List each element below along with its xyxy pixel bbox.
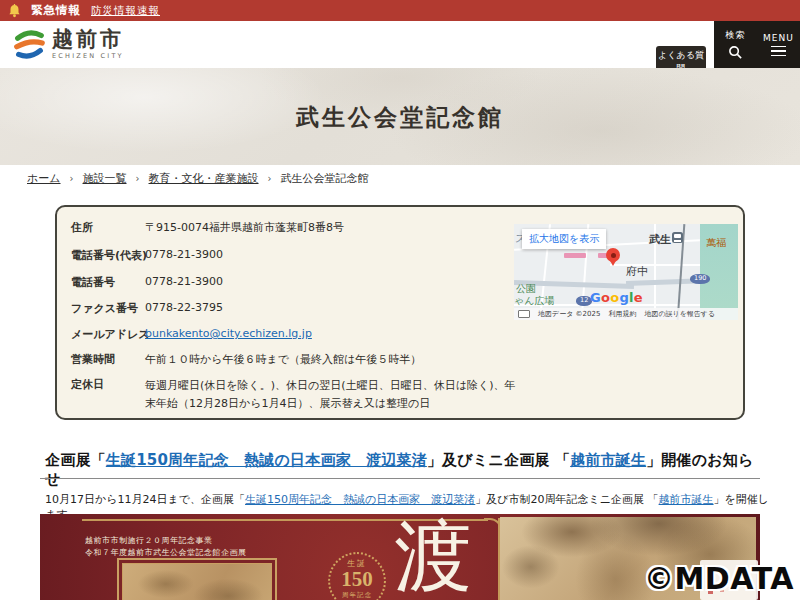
breadcrumb-separator: › xyxy=(136,173,140,184)
heading-text: 」及びミニ企画展 「 xyxy=(427,451,570,469)
bell-icon xyxy=(8,4,21,18)
city-name: 越前市 xyxy=(52,29,124,50)
breadcrumb-current: 武生公会堂記念館 xyxy=(281,171,369,186)
info-label: 電話番号 xyxy=(71,275,115,290)
page: 緊急情報 防災情報速報 越前市 ECHIZEN CITY よくある質問 検索 xyxy=(0,0,800,600)
info-value: 〒915-0074福井県越前市蓬莱町8番8号 xyxy=(145,220,344,235)
watermark: ©MDATA xyxy=(644,561,794,596)
search-icon xyxy=(728,45,743,60)
breadcrumb-home[interactable]: ホーム xyxy=(27,171,61,186)
city-name-en: ECHIZEN CITY xyxy=(52,52,124,60)
info-label: 電話番号(代表) xyxy=(71,248,147,263)
badge-bottom-text: 周年記念 xyxy=(342,591,372,600)
mini-exhibition-link[interactable]: 越前市誕生 xyxy=(570,451,646,469)
map-label-station[interactable]: 武生 xyxy=(649,232,671,247)
info-label: ファクス番号 xyxy=(71,301,138,316)
anniversary-badge: 生誕 150 周年記念 xyxy=(328,552,386,600)
info-label: メールアドレス xyxy=(71,327,150,342)
breadcrumb-category[interactable]: 教育・文化・産業施設 xyxy=(149,171,259,186)
paragraph-text: 」及び市制20周年記念ミニ企画展 「 xyxy=(475,493,658,506)
emergency-bar: 緊急情報 防災情報速報 xyxy=(0,0,800,21)
map-pin-icon[interactable] xyxy=(606,248,620,262)
exhibition-link[interactable]: 生誕150周年記念 熱誠の日本画家 渡辺菜渚 xyxy=(245,493,475,506)
breadcrumb-facilities[interactable]: 施設一覧 xyxy=(83,171,127,186)
google-map-embed[interactable]: ス 武生 府中 萬福 190 12 公園 ゃん広場 拡大地図を表示 Google… xyxy=(514,224,738,320)
emergency-label[interactable]: 緊急情報 xyxy=(31,3,81,18)
header-nav: 検索 MENU xyxy=(714,21,800,68)
poster-title-character: 渡 xyxy=(394,518,472,596)
map-attribution: 地図データ ©2025 利用規約 地図の誤りを報告する xyxy=(514,308,738,320)
mini-exhibition-link[interactable]: 越前市誕生 xyxy=(659,493,714,506)
info-label: 住所 xyxy=(71,220,93,235)
heading-divider xyxy=(40,478,760,479)
poster-note-line1: 越前市市制施行２０周年記念事業 xyxy=(85,535,213,546)
map-terms-link[interactable]: 利用規約 xyxy=(608,309,636,319)
disaster-bulletin-link[interactable]: 防災情報速報 xyxy=(91,4,160,18)
exhibition-heading: 企画展「生誕150周年記念 熱誠の日本画家 渡辺菜渚」及びミニ企画展 「越前市誕… xyxy=(45,451,765,489)
map-data-notice: 地図データ ©2025 xyxy=(538,309,600,319)
breadcrumb-separator: › xyxy=(268,173,272,184)
site-header: 越前市 ECHIZEN CITY よくある質問 検索 MENU xyxy=(0,21,800,68)
heading-text: 企画展「 xyxy=(45,451,106,469)
breadcrumb: ホーム › 施設一覧 › 教育・文化・産業施設 › 武生公会堂記念館 xyxy=(27,171,369,186)
hero-banner: 武生公会堂記念館 xyxy=(0,68,800,165)
info-value: 毎週月曜日(休日を除く。)、休日の翌日(土曜日、日曜日、休日は除く)、年末年始（… xyxy=(145,377,517,413)
route-shield-190: 190 xyxy=(690,274,710,284)
menu-icon xyxy=(771,46,786,57)
train-station-icon xyxy=(672,232,683,243)
info-value: 0778-21-3900 xyxy=(145,248,223,261)
expand-map-button[interactable]: 拡大地図を表示 xyxy=(522,229,606,249)
breadcrumb-separator: › xyxy=(70,173,74,184)
exhibition-link[interactable]: 生誕150周年記念 熱誠の日本画家 渡辺菜渚 xyxy=(106,451,427,469)
info-value: 午前１０時から午後６時まで（最終入館は午後５時半） xyxy=(145,352,421,367)
info-label: 定休日 xyxy=(71,377,104,392)
info-value: 0778-22-3795 xyxy=(145,301,223,314)
map-pink-label-fragment xyxy=(564,253,586,258)
map-label-fuchu: 府中 xyxy=(626,264,648,279)
city-logo-icon xyxy=(12,27,46,61)
keyboard-shortcuts-icon[interactable] xyxy=(518,310,530,318)
menu-label: MENU xyxy=(763,33,794,43)
map-report-link[interactable]: 地図の誤りを報告する xyxy=(644,309,715,319)
facility-info-card: 住所 〒915-0074福井県越前市蓬莱町8番8号 電話番号(代表) 0778-… xyxy=(55,205,745,420)
map-label-temple: 萬福 xyxy=(706,236,726,250)
menu-button[interactable]: MENU xyxy=(757,21,800,68)
google-logo[interactable]: Google xyxy=(590,290,643,305)
poster-note-line2: 令和７年度越前市武生公会堂記念館企画展 xyxy=(85,547,247,558)
city-logo[interactable]: 越前市 ECHIZEN CITY xyxy=(12,27,124,61)
search-label: 検索 xyxy=(726,29,746,42)
map-street xyxy=(610,264,700,266)
poster-artwork-frame xyxy=(117,558,277,600)
paragraph-text: 10月17日から11月24日まで、企画展「 xyxy=(45,493,245,506)
map-label-plaza: ゃん広場 xyxy=(514,294,554,308)
search-button[interactable]: 検索 xyxy=(714,21,757,68)
info-label: 営業時間 xyxy=(71,352,115,367)
email-link[interactable]: bunkakento@city.echizen.lg.jp xyxy=(145,327,312,340)
badge-number: 150 xyxy=(341,569,373,590)
page-title: 武生公会堂記念館 xyxy=(0,102,800,133)
info-value: 0778-21-3900 xyxy=(145,275,223,288)
